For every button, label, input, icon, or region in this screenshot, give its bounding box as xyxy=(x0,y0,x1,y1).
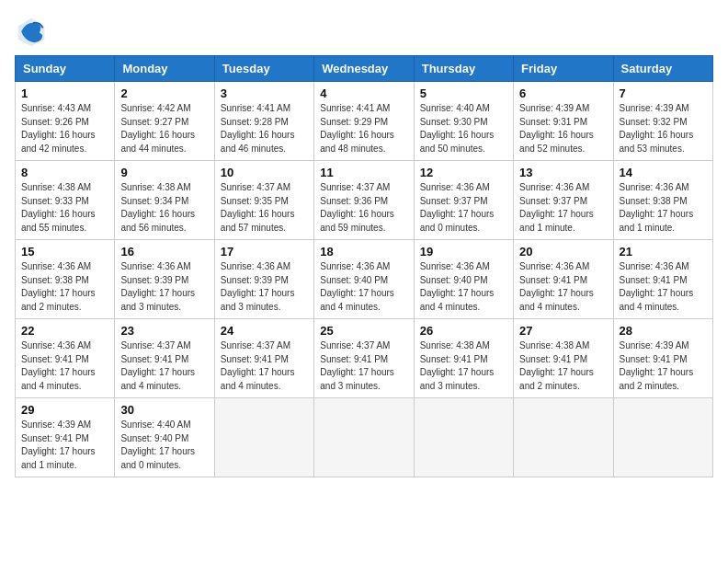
calendar-cell: 27Sunrise: 4:38 AM Sunset: 9:41 PM Dayli… xyxy=(514,319,613,398)
day-number: 15 xyxy=(21,245,108,259)
calendar-cell: 23Sunrise: 4:37 AM Sunset: 9:41 PM Dayli… xyxy=(115,319,214,398)
calendar-cell: 10Sunrise: 4:37 AM Sunset: 9:35 PM Dayli… xyxy=(214,161,313,240)
calendar-cell: 9Sunrise: 4:38 AM Sunset: 9:34 PM Daylig… xyxy=(115,161,214,240)
day-info: Sunrise: 4:36 AM Sunset: 9:39 PM Dayligh… xyxy=(120,260,208,314)
day-number: 10 xyxy=(221,166,308,179)
calendar-cell: 1Sunrise: 4:43 AM Sunset: 9:26 PM Daylig… xyxy=(16,82,115,161)
day-info: Sunrise: 4:43 AM Sunset: 9:26 PM Dayligh… xyxy=(21,102,108,155)
calendar-cell: 16Sunrise: 4:36 AM Sunset: 9:39 PM Dayli… xyxy=(115,240,214,319)
day-number: 22 xyxy=(21,324,108,338)
calendar-cell: 15Sunrise: 4:36 AM Sunset: 9:38 PM Dayli… xyxy=(16,240,115,319)
day-info: Sunrise: 4:39 AM Sunset: 9:31 PM Dayligh… xyxy=(519,102,607,155)
calendar-week-1: 1Sunrise: 4:43 AM Sunset: 9:26 PM Daylig… xyxy=(16,82,713,161)
calendar-cell: 20Sunrise: 4:36 AM Sunset: 9:41 PM Dayli… xyxy=(514,240,613,319)
day-header-thursday: Thursday xyxy=(414,56,513,82)
logo-icon xyxy=(15,15,48,48)
day-info: Sunrise: 4:41 AM Sunset: 9:28 PM Dayligh… xyxy=(221,102,308,155)
calendar-cell: 8Sunrise: 4:38 AM Sunset: 9:33 PM Daylig… xyxy=(16,161,115,240)
day-info: Sunrise: 4:41 AM Sunset: 9:29 PM Dayligh… xyxy=(320,102,407,155)
calendar-cell: 30Sunrise: 4:40 AM Sunset: 9:40 PM Dayli… xyxy=(115,398,214,477)
day-info: Sunrise: 4:39 AM Sunset: 9:32 PM Dayligh… xyxy=(620,102,707,155)
day-header-sunday: Sunday xyxy=(16,56,115,82)
day-number: 1 xyxy=(21,86,108,100)
day-number: 4 xyxy=(320,86,407,100)
day-number: 3 xyxy=(221,86,308,100)
day-number: 14 xyxy=(620,166,707,179)
calendar-cell: 14Sunrise: 4:36 AM Sunset: 9:38 PM Dayli… xyxy=(613,161,712,240)
calendar-week-5: 29Sunrise: 4:39 AM Sunset: 9:41 PM Dayli… xyxy=(16,398,713,477)
day-header-wednesday: Wednesday xyxy=(314,56,414,82)
calendar-cell: 5Sunrise: 4:40 AM Sunset: 9:30 PM Daylig… xyxy=(414,82,513,161)
calendar-week-2: 8Sunrise: 4:38 AM Sunset: 9:33 PM Daylig… xyxy=(16,161,713,240)
calendar-cell: 3Sunrise: 4:41 AM Sunset: 9:28 PM Daylig… xyxy=(214,82,313,161)
day-number: 30 xyxy=(120,403,208,417)
day-number: 17 xyxy=(221,245,308,259)
calendar-cell: 19Sunrise: 4:36 AM Sunset: 9:40 PM Dayli… xyxy=(414,240,513,319)
calendar-cell: 7Sunrise: 4:39 AM Sunset: 9:32 PM Daylig… xyxy=(613,82,712,161)
calendar-cell: 25Sunrise: 4:37 AM Sunset: 9:41 PM Dayli… xyxy=(314,319,414,398)
calendar-cell: 6Sunrise: 4:39 AM Sunset: 9:31 PM Daylig… xyxy=(514,82,613,161)
day-number: 6 xyxy=(519,86,607,100)
day-info: Sunrise: 4:36 AM Sunset: 9:38 PM Dayligh… xyxy=(21,260,108,314)
day-info: Sunrise: 4:36 AM Sunset: 9:37 PM Dayligh… xyxy=(519,181,607,235)
day-info: Sunrise: 4:36 AM Sunset: 9:41 PM Dayligh… xyxy=(620,260,707,314)
calendar-table: SundayMondayTuesdayWednesdayThursdayFrid… xyxy=(15,55,713,477)
day-number: 13 xyxy=(519,166,607,179)
day-info: Sunrise: 4:36 AM Sunset: 9:40 PM Dayligh… xyxy=(420,260,507,314)
day-number: 11 xyxy=(320,166,407,179)
calendar-cell xyxy=(214,398,313,477)
day-info: Sunrise: 4:38 AM Sunset: 9:33 PM Dayligh… xyxy=(21,181,108,235)
calendar-cell xyxy=(314,398,414,477)
day-info: Sunrise: 4:40 AM Sunset: 9:30 PM Dayligh… xyxy=(420,102,507,155)
day-number: 16 xyxy=(120,245,208,259)
calendar-cell: 13Sunrise: 4:36 AM Sunset: 9:37 PM Dayli… xyxy=(514,161,613,240)
day-info: Sunrise: 4:38 AM Sunset: 9:41 PM Dayligh… xyxy=(519,339,607,393)
day-header-monday: Monday xyxy=(115,56,214,82)
calendar-cell: 28Sunrise: 4:39 AM Sunset: 9:41 PM Dayli… xyxy=(613,319,712,398)
day-info: Sunrise: 4:38 AM Sunset: 9:34 PM Dayligh… xyxy=(120,181,208,235)
calendar-cell: 26Sunrise: 4:38 AM Sunset: 9:41 PM Dayli… xyxy=(414,319,513,398)
day-header-friday: Friday xyxy=(514,56,613,82)
calendar-cell xyxy=(514,398,613,477)
day-header-tuesday: Tuesday xyxy=(214,56,313,82)
calendar-cell: 29Sunrise: 4:39 AM Sunset: 9:41 PM Dayli… xyxy=(16,398,115,477)
day-info: Sunrise: 4:36 AM Sunset: 9:38 PM Dayligh… xyxy=(620,181,707,235)
calendar-cell: 18Sunrise: 4:36 AM Sunset: 9:40 PM Dayli… xyxy=(314,240,414,319)
day-info: Sunrise: 4:40 AM Sunset: 9:40 PM Dayligh… xyxy=(120,419,208,472)
day-number: 12 xyxy=(420,166,507,179)
day-number: 27 xyxy=(519,324,607,338)
calendar-cell: 24Sunrise: 4:37 AM Sunset: 9:41 PM Dayli… xyxy=(214,319,313,398)
day-info: Sunrise: 4:37 AM Sunset: 9:41 PM Dayligh… xyxy=(120,339,208,393)
day-number: 26 xyxy=(420,324,507,338)
day-number: 2 xyxy=(120,86,208,100)
calendar-cell xyxy=(613,398,712,477)
day-number: 20 xyxy=(519,245,607,259)
page-header xyxy=(15,15,713,48)
day-info: Sunrise: 4:36 AM Sunset: 9:39 PM Dayligh… xyxy=(221,260,308,314)
day-number: 19 xyxy=(420,245,507,259)
day-number: 18 xyxy=(320,245,407,259)
day-number: 25 xyxy=(320,324,407,338)
day-info: Sunrise: 4:36 AM Sunset: 9:41 PM Dayligh… xyxy=(519,260,607,314)
day-number: 7 xyxy=(620,86,707,100)
calendar-cell: 21Sunrise: 4:36 AM Sunset: 9:41 PM Dayli… xyxy=(613,240,712,319)
day-number: 21 xyxy=(620,245,707,259)
day-info: Sunrise: 4:39 AM Sunset: 9:41 PM Dayligh… xyxy=(21,419,108,472)
day-number: 24 xyxy=(221,324,308,338)
day-info: Sunrise: 4:36 AM Sunset: 9:40 PM Dayligh… xyxy=(320,260,407,314)
calendar-cell: 11Sunrise: 4:37 AM Sunset: 9:36 PM Dayli… xyxy=(314,161,414,240)
logo xyxy=(15,15,51,48)
day-info: Sunrise: 4:37 AM Sunset: 9:41 PM Dayligh… xyxy=(320,339,407,393)
day-info: Sunrise: 4:36 AM Sunset: 9:37 PM Dayligh… xyxy=(420,181,507,235)
day-header-saturday: Saturday xyxy=(613,56,712,82)
day-number: 9 xyxy=(120,166,208,179)
calendar-cell: 4Sunrise: 4:41 AM Sunset: 9:29 PM Daylig… xyxy=(314,82,414,161)
day-number: 5 xyxy=(420,86,507,100)
day-info: Sunrise: 4:37 AM Sunset: 9:41 PM Dayligh… xyxy=(221,339,308,393)
calendar-week-3: 15Sunrise: 4:36 AM Sunset: 9:38 PM Dayli… xyxy=(16,240,713,319)
day-number: 28 xyxy=(620,324,707,338)
day-number: 23 xyxy=(120,324,208,338)
day-number: 8 xyxy=(21,166,108,179)
day-info: Sunrise: 4:42 AM Sunset: 9:27 PM Dayligh… xyxy=(120,102,208,155)
calendar-week-4: 22Sunrise: 4:36 AM Sunset: 9:41 PM Dayli… xyxy=(16,319,713,398)
